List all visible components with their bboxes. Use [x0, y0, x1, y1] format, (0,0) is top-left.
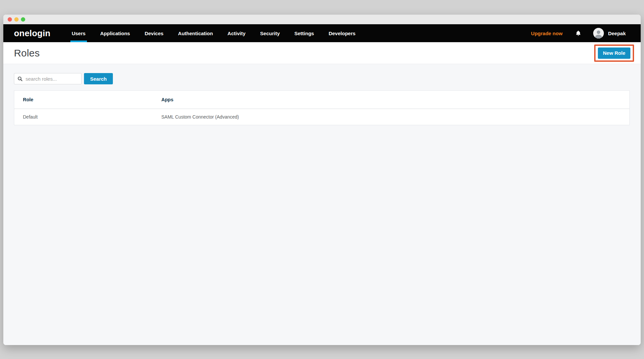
top-navbar: onelogin Users Applications Devices Auth…	[3, 24, 641, 42]
nav-item-security[interactable]: Security	[259, 24, 281, 42]
window-titlebar	[3, 15, 641, 24]
user-avatar[interactable]	[593, 28, 604, 39]
table-header-row: Role Apps	[14, 91, 629, 109]
table-row[interactable]: Default SAML Custom Connector (Advanced)	[14, 109, 629, 125]
nav-item-developers[interactable]: Developers	[327, 24, 357, 42]
nav-item-authentication[interactable]: Authentication	[177, 24, 214, 42]
search-input-wrapper	[14, 73, 82, 84]
search-button[interactable]: Search	[84, 73, 113, 84]
search-input[interactable]	[14, 73, 81, 84]
close-window-button[interactable]	[8, 17, 12, 22]
nav-item-activity[interactable]: Activity	[226, 24, 247, 42]
page-title: Roles	[14, 47, 40, 59]
user-name[interactable]: Deepak	[608, 31, 626, 36]
roles-table: Role Apps Default SAML Custom Connector …	[14, 90, 630, 125]
navbar-right-section: Upgrade now Deepak	[531, 24, 641, 42]
nav-item-applications[interactable]: Applications	[99, 24, 131, 42]
notification-bell-icon[interactable]	[575, 30, 581, 37]
column-header-apps: Apps	[161, 97, 629, 102]
onelogin-logo[interactable]: onelogin	[14, 28, 50, 39]
page-content: Search Role Apps Default SAML Custom Con…	[3, 64, 641, 345]
role-cell: Default	[14, 114, 161, 120]
upgrade-now-link[interactable]: Upgrade now	[531, 31, 563, 36]
primary-navigation: Users Applications Devices Authenticatio…	[64, 24, 363, 42]
browser-window: onelogin Users Applications Devices Auth…	[3, 15, 641, 345]
page-header: Roles New Role	[3, 42, 641, 64]
new-role-button[interactable]: New Role	[598, 47, 630, 59]
nav-item-settings[interactable]: Settings	[293, 24, 315, 42]
minimize-window-button[interactable]	[14, 17, 19, 22]
zoom-window-button[interactable]	[21, 17, 25, 22]
annotation-highlight-box: New Role	[594, 45, 634, 62]
search-icon	[18, 76, 23, 81]
column-header-role: Role	[14, 97, 161, 102]
apps-cell: SAML Custom Connector (Advanced)	[161, 114, 629, 120]
nav-item-users[interactable]: Users	[70, 24, 87, 42]
search-row: Search	[14, 73, 630, 84]
nav-item-devices[interactable]: Devices	[143, 24, 165, 42]
